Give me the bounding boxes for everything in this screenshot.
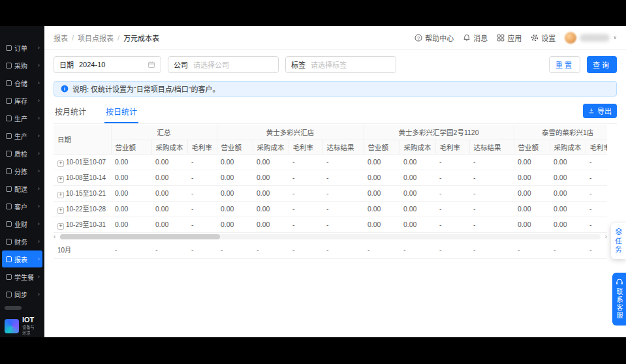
scrollbar-thumb[interactable] [60,234,220,239]
cell-value: - [469,201,514,217]
cell-value: 0.00 [253,154,289,170]
summary-table: 10月-------------- [54,241,607,260]
sidebar-item-customers[interactable]: 客户› [2,198,42,215]
chevron-right-icon: › [38,256,40,262]
chevron-right-icon: › [38,220,40,227]
cell-value: 0.00 [151,154,187,170]
sidebar-item-quality[interactable]: 质检› [2,145,42,162]
sidebar-item-sync[interactable]: 同步› [2,286,42,303]
tasks-float-button[interactable]: 任务 [611,223,626,259]
export-button[interactable]: 导出 [583,104,617,118]
column-header: 采购成本 [399,140,435,154]
cell-value: - [586,170,607,185]
scroll-right-icon[interactable]: › [605,233,607,240]
support-label: 联系客服 [614,288,624,320]
chevron-right-icon: › [38,115,40,121]
column-header: 毛利率 [435,140,469,154]
chevron-right-icon: › [38,291,40,297]
expand-icon[interactable]: + [57,207,64,214]
cell-value: 0.00 [217,217,253,232]
chevron-down-icon: ∨ [613,35,617,40]
summary-cell-value: - [322,241,364,259]
summary-cell-value: - [435,241,469,259]
cell-value: - [322,201,364,217]
date-label: 日期 [59,59,74,70]
reports-icon [6,256,12,262]
sidebar-collapse-handle[interactable] [5,306,22,310]
production-1-icon [6,115,12,121]
company-select[interactable]: 公司 请选择公司 [168,56,279,73]
sidebar-item-warehouse[interactable]: 仓储› [2,74,42,91]
cell-value: 0.00 [550,185,586,201]
sidebar-item-reports[interactable]: 报表› [2,250,42,267]
cell-value: - [586,217,607,232]
summary-row: 10月-------------- [54,241,607,259]
apps-button[interactable]: 应用 [497,33,522,43]
cell-value: 0.00 [514,201,550,217]
cell-value: 0.00 [550,217,586,232]
column-header: 毛利率 [187,140,217,154]
cell-value: 0.00 [111,201,151,217]
calendar-icon [148,61,155,68]
tag-select[interactable]: 标签 请选择标签 [285,56,396,73]
date-range-label: 10-08至10-14 [66,174,106,181]
settings-label: 设置 [541,33,556,43]
sidebar-item-orders[interactable]: 订单› [2,39,42,56]
gear-icon [531,34,539,42]
cell-value: 0.00 [217,201,253,217]
finance-icon [6,239,12,245]
expand-icon[interactable]: + [57,160,64,167]
sidebar-item-business-finance[interactable]: 业财› [2,215,42,232]
chevron-right-icon: › [38,168,40,174]
sidebar-item-finance[interactable]: 财务› [2,233,42,250]
sidebar-item-production-1[interactable]: 生产› [2,110,42,127]
chevron-right-icon: › [38,62,40,68]
column-header: 营业额 [217,140,253,154]
sidebar-item-delivery[interactable]: 配送› [2,180,42,197]
help-center-button[interactable]: ? 帮助中心 [415,33,454,43]
expand-icon[interactable]: + [57,176,64,183]
breadcrumb-item: 万元成本表 [123,33,159,43]
sidebar-item-student-meals[interactable]: 学生餐› [2,268,42,285]
cell-value: 0.00 [217,170,253,185]
reset-button[interactable]: 重置 [549,56,580,73]
avatar [565,32,576,44]
column-header: 采购成本 [151,140,187,154]
purchase-icon [6,63,12,68]
cell-value: - [289,170,322,185]
sidebar-item-purchase[interactable]: 采购› [2,57,42,74]
support-float-button[interactable]: 联系客服 [612,273,626,326]
date-range-label: 10-01至10-07 [66,159,106,166]
sidebar-item-inventory[interactable]: 库存› [2,92,42,109]
info-icon [61,85,69,93]
cell-value: - [289,217,322,232]
cell-value: 0.00 [253,170,289,185]
tasks-label: 任务 [614,237,623,254]
scroll-left-icon[interactable]: ‹ [54,233,55,240]
tab-daily[interactable]: 按日统计 [104,100,138,123]
sidebar-item-sorting[interactable]: 分拣› [2,162,42,179]
breadcrumb-separator: / [72,34,74,42]
quality-icon [6,151,12,157]
expand-icon[interactable]: + [57,192,64,198]
settings-button[interactable]: 设置 [531,33,556,43]
cell-value: 0.00 [151,201,187,217]
column-group-header: 黄士多彩兴汇店 [217,125,364,140]
expand-icon[interactable]: + [57,223,64,230]
messages-button[interactable]: 消息 [463,33,488,43]
sidebar-item-label: 订单 [14,43,27,53]
user-menu[interactable]: ∨ [565,32,617,44]
sidebar-item-label: 业财 [14,219,27,229]
query-button[interactable]: 查询 [587,56,617,73]
cell-value: 0.00 [514,185,550,201]
breadcrumb-item[interactable]: 报表 [54,33,68,43]
tab-monthly[interactable]: 按月统计 [54,100,87,123]
company-label: 公司 [174,59,188,70]
tag-label: 标签 [291,59,305,70]
cell-value: 0.00 [550,154,586,170]
cell-value: - [586,201,607,217]
sidebar-item-production-2[interactable]: 生产› [2,127,42,144]
app-window: 订单›采购›仓储›库存›生产›生产›质检›分拣›配送›客户›业财›财务›报表›学… [0,26,626,337]
breadcrumb-item[interactable]: 项目点报表 [78,33,114,43]
date-picker[interactable]: 日期 2024-10 [54,56,161,73]
